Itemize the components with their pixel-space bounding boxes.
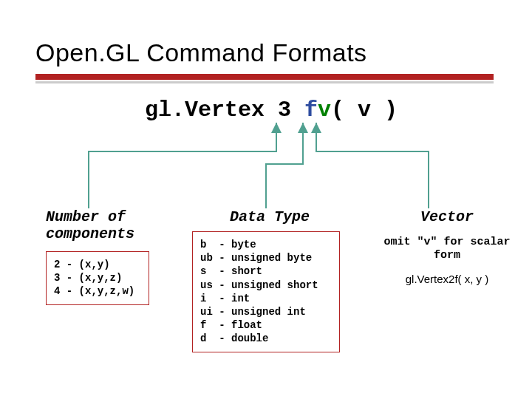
cmd-prefix: gl.Vertex — [145, 98, 265, 123]
cmd-vec: v — [318, 98, 331, 123]
data-type-box: b - byte ub - unsigned byte s - short us… — [192, 231, 340, 352]
page-title: Open.GL Command Formats — [35, 38, 367, 67]
cmd-type: f — [304, 98, 318, 123]
vector-heading: Vector — [369, 208, 525, 225]
command-example: gl.Vertex 3 fv( v ) — [145, 98, 398, 123]
cmd-args: ( v ) — [331, 98, 398, 123]
title-rule — [35, 74, 494, 83]
data-type-heading: Data Type — [192, 208, 347, 225]
num-components-heading: Number of components — [46, 208, 164, 242]
data-type-section: Data Type b - byte ub - unsigned byte s … — [192, 208, 347, 352]
num-components-box: 2 - (x,y) 3 - (x,y,z) 4 - (x,y,z,w) — [46, 251, 149, 305]
vector-section: Vector omit "v" for scalar form gl.Verte… — [369, 208, 525, 285]
number-of-components-section: Number of components 2 - (x,y) 3 - (x,y,… — [46, 208, 164, 305]
vector-note: omit "v" for scalar form — [369, 236, 525, 262]
cmd-count: 3 — [278, 98, 291, 123]
vector-example: gl.Vertex2f( x, y ) — [369, 273, 525, 285]
